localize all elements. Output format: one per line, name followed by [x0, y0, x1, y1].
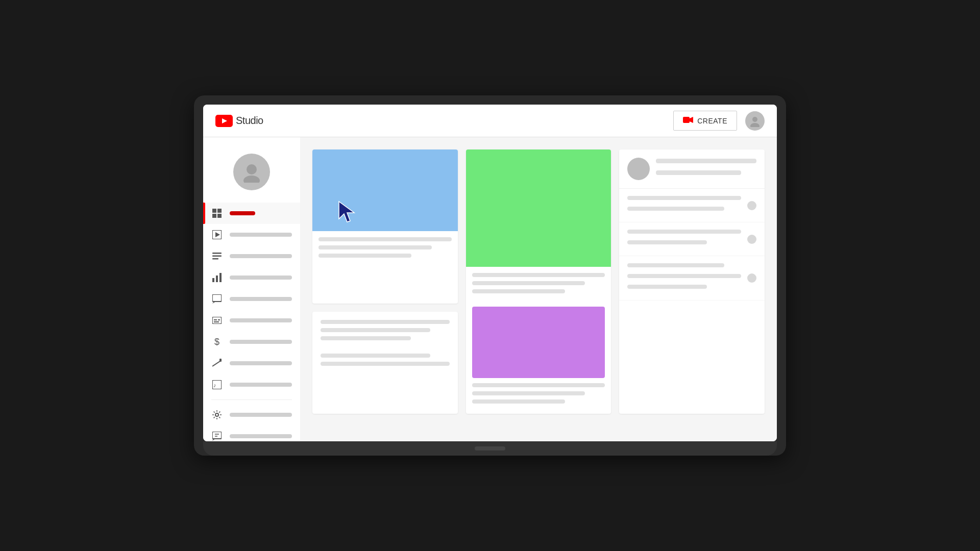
sidebar-item-monetization[interactable]: $	[203, 331, 300, 353]
card-1-line-2	[318, 245, 432, 249]
card-4-line-5	[321, 362, 450, 366]
dashboard-icon	[211, 208, 223, 219]
avatar-icon	[749, 115, 761, 127]
li1-line-2	[627, 207, 724, 211]
analytics-icon	[211, 272, 223, 283]
feedback-icon	[211, 431, 223, 441]
svg-rect-17	[212, 278, 214, 282]
card-4-line-4	[321, 354, 430, 358]
customization-label	[230, 361, 292, 365]
card-2-sec-line-2	[472, 391, 585, 395]
sidebar-item-feedback[interactable]	[203, 425, 300, 441]
sidebar: $	[203, 137, 300, 441]
audio-library-icon: ♪	[211, 379, 223, 390]
card-1-line-3	[318, 254, 411, 258]
youtube-studio-logo[interactable]: Studio	[215, 115, 263, 127]
monetization-label	[230, 340, 292, 344]
svg-rect-31	[212, 432, 222, 439]
subtitles-label	[230, 318, 292, 322]
sidebar-divider	[211, 399, 292, 400]
card-2-sec-line-3	[472, 399, 565, 404]
create-camera-icon	[683, 115, 693, 126]
studio-label: Studio	[236, 115, 263, 127]
list-item-2[interactable]	[619, 222, 765, 256]
card-1-line-1	[318, 237, 452, 241]
sidebar-item-playlists[interactable]	[203, 245, 300, 267]
create-button[interactable]: CREATE	[673, 111, 737, 131]
sidebar-item-settings[interactable]	[203, 404, 300, 425]
svg-marker-35	[339, 202, 354, 222]
svg-rect-20	[212, 294, 222, 302]
card-2[interactable]	[466, 149, 611, 414]
right-profile-lines	[656, 159, 756, 179]
svg-marker-3	[690, 117, 693, 123]
list-item-1[interactable]	[619, 189, 765, 222]
card-2-body	[466, 267, 611, 414]
header-right: CREATE	[673, 111, 765, 131]
card-1-thumbnail	[312, 149, 458, 231]
card-4[interactable]	[312, 312, 458, 414]
svg-rect-9	[217, 209, 222, 213]
svg-rect-16	[212, 258, 218, 260]
card-1[interactable]	[312, 149, 458, 304]
header: Studio CREATE	[203, 105, 777, 137]
customization-icon	[211, 358, 223, 369]
profile-line-1	[656, 159, 756, 163]
list-item-2-circle	[747, 235, 756, 244]
svg-rect-24	[218, 319, 220, 320]
card-4-body	[312, 312, 458, 378]
content-area	[300, 137, 777, 441]
playlists-icon	[211, 251, 223, 262]
content-icon	[211, 229, 223, 240]
profile-line-2	[656, 170, 741, 175]
sidebar-item-analytics[interactable]	[203, 267, 300, 288]
sidebar-item-dashboard[interactable]	[203, 203, 300, 224]
user-avatar[interactable]	[745, 111, 765, 131]
sidebar-item-comments[interactable]	[203, 288, 300, 310]
profile-avatar[interactable]	[233, 154, 270, 190]
sidebar-item-content[interactable]	[203, 224, 300, 245]
sidebar-profile	[203, 145, 300, 203]
card-3-right-panel	[619, 149, 765, 414]
list-item-3-circle	[747, 273, 756, 283]
playlists-label	[230, 254, 292, 258]
svg-rect-23	[214, 319, 217, 320]
comments-icon	[211, 293, 223, 305]
li1-line-1	[627, 196, 741, 200]
content-label	[230, 233, 292, 237]
subtitles-icon	[211, 315, 223, 326]
card-2-secondary-thumbnail	[472, 307, 605, 378]
svg-text:♪: ♪	[213, 382, 216, 388]
create-label: CREATE	[697, 117, 727, 125]
settings-icon	[211, 409, 223, 420]
card-4-line-2	[321, 328, 430, 332]
cursor-icon	[338, 201, 358, 223]
profile-avatar-icon	[241, 161, 262, 183]
li3-line-2	[627, 274, 741, 278]
right-profile-avatar	[627, 158, 650, 180]
sidebar-item-customization[interactable]	[203, 353, 300, 374]
svg-rect-27	[219, 359, 222, 362]
card-1-body	[312, 231, 458, 268]
svg-rect-8	[212, 209, 216, 213]
svg-rect-19	[219, 273, 222, 282]
svg-point-7	[243, 176, 260, 183]
svg-rect-2	[683, 117, 690, 123]
svg-marker-13	[215, 232, 220, 237]
sidebar-nav: $	[203, 203, 300, 441]
monetization-icon: $	[211, 336, 223, 347]
card-4-line-3	[321, 336, 411, 340]
sidebar-item-audio-library[interactable]: ♪	[203, 374, 300, 395]
li2-line-1	[627, 230, 741, 234]
svg-rect-10	[212, 214, 216, 218]
analytics-label	[230, 276, 292, 280]
svg-rect-25	[214, 321, 219, 322]
svg-rect-14	[212, 253, 222, 254]
card-4-line-1	[321, 320, 450, 324]
sidebar-item-subtitles[interactable]	[203, 310, 300, 331]
comments-label	[230, 297, 292, 301]
list-item-3[interactable]	[619, 256, 765, 300]
list-item-2-lines	[627, 230, 741, 248]
svg-point-5	[750, 123, 760, 127]
svg-rect-15	[212, 256, 222, 257]
